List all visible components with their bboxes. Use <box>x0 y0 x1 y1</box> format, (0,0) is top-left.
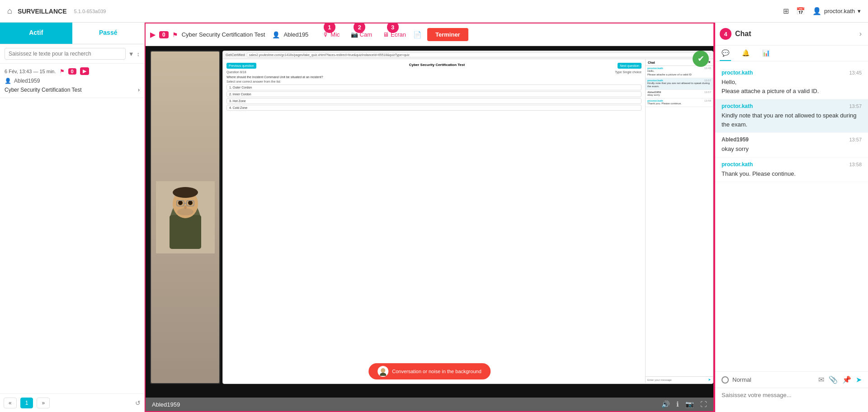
student-bar-icons: 🔊 ℹ 📷 ⛶ <box>661 400 707 408</box>
prev-question-button[interactable]: Previous question <box>226 63 256 69</box>
mini-msg-4: proctor.kath 13:58 Thank you. Please con… <box>646 98 713 107</box>
info-icon[interactable]: ℹ <box>676 400 679 408</box>
session-student: 👤 Abled1959 <box>5 78 140 84</box>
next-question-button[interactable]: Next question <box>618 63 642 69</box>
chat-input[interactable] <box>722 392 862 405</box>
chat-message-1: proctor.kath 13:45 Hello,Please attache … <box>715 66 868 99</box>
notification-text: Conversation or noise in the background <box>392 369 481 374</box>
mini-msg-2: proctor.kath 13:57 Kindly note that you … <box>646 78 713 90</box>
msg3-sender: Abled1959 <box>722 136 749 143</box>
send-button[interactable]: ➤ <box>856 375 862 384</box>
svg-point-6 <box>188 201 193 205</box>
chat-tabs: 💬 🔔 📊 <box>715 46 868 61</box>
quiz-option-2[interactable]: 2. Inner Cordon <box>226 91 642 97</box>
toolbar-exam-title: Cyber Security Certification Test <box>182 31 265 38</box>
chat-num-badge: 4 <box>720 28 731 40</box>
session-date-text: 6 Fév, 13:43 — 15 min. <box>5 69 56 74</box>
camera-capture-icon[interactable]: 📷 <box>685 400 694 408</box>
shield-check-icon: ✔ <box>698 54 704 64</box>
sidebar-pagination: « 1 » ↺ <box>0 393 144 412</box>
student-icon: 👤 <box>5 78 11 84</box>
sidebar-tabs: Actif Passé <box>0 23 144 44</box>
toolbar-user-icon: 👤 <box>272 31 280 38</box>
chat-header: 4 Chat › <box>715 23 868 46</box>
chat-expand-icon[interactable]: › <box>859 30 862 38</box>
toolbar-play-icon[interactable]: ▶ <box>150 30 156 39</box>
toolbar-flag-icon[interactable]: ⚑ <box>172 31 178 38</box>
current-page-button[interactable]: 1 <box>20 398 33 408</box>
fullscreen-icon[interactable]: ⛶ <box>700 400 707 408</box>
quiz-nav: Previous question Cyber Security Certifi… <box>226 63 642 69</box>
prev-page-button[interactable]: « <box>4 398 17 408</box>
doc-icon[interactable]: 📄 <box>413 31 422 39</box>
tab-passe[interactable]: Passé <box>72 23 145 44</box>
session-flag-icon[interactable]: ⚑ <box>60 68 65 75</box>
session-exam-link[interactable]: Cyber Security Certification Test › <box>5 86 140 94</box>
search-input[interactable] <box>5 48 126 60</box>
session-play-button[interactable]: ▶ <box>80 67 89 75</box>
video-area: GetCertified sales2.youtestme.com/gc1418… <box>146 46 713 398</box>
person-svg <box>156 181 215 253</box>
attach-icon[interactable]: 📌 <box>842 375 851 384</box>
mic-section: 1 🎙 Mic <box>319 29 343 40</box>
volume-icon[interactable]: 🔊 <box>661 400 670 408</box>
quiz-option-1[interactable]: 1. Outer Cordon <box>226 84 642 90</box>
svg-point-12 <box>381 368 385 373</box>
msg2-time: 13:57 <box>849 103 862 109</box>
navbar: ⌂ SURVEILLANCE 5.1.0-653a039 ⊞ 📅 👤 proct… <box>0 0 868 23</box>
toolbar: ▶ 0 ⚑ Cyber Security Certification Test … <box>146 23 713 46</box>
mail-icon[interactable]: ✉ <box>818 375 824 384</box>
mini-chat-input[interactable] <box>647 379 708 381</box>
navbar-right: ⊞ 📅 👤 proctor.kath ▾ <box>783 7 861 15</box>
refresh-icon[interactable]: ↺ <box>135 399 141 407</box>
quiz-question-text: Where should the Incident Command Unit b… <box>226 75 642 79</box>
grid-icon[interactable]: ⊞ <box>783 7 789 15</box>
tab-actif[interactable]: Actif <box>0 23 72 44</box>
tab-stats[interactable]: 📊 <box>760 46 772 61</box>
shield-badge: ✔ <box>693 51 709 67</box>
quiz-title: Cyber Security Certification Test <box>409 63 465 67</box>
screen-inner: GetCertified sales2.youtestme.com/gc1418… <box>222 51 713 384</box>
chat-panel: 4 Chat › 💬 🔔 📊 proctor.kath 13:45 Hello,… <box>714 23 868 412</box>
quiz-option-3[interactable]: 3. Hot Zone <box>226 98 642 104</box>
msg2-sender: proctor.kath <box>722 103 753 109</box>
msg3-time: 13:57 <box>849 137 862 142</box>
navbar-username: proctor.kath <box>824 8 855 14</box>
session-violation-badge: 0 <box>68 68 76 75</box>
session-date: 6 Fév, 13:43 — 15 min. ⚑ 0 ▶ <box>5 67 140 75</box>
mini-chat-title: Chat <box>648 61 655 64</box>
webcam-overlay <box>150 51 220 384</box>
user-avatar-icon: 👤 <box>812 7 821 15</box>
msg2-text: Kindly note that you are not allowed to … <box>722 111 862 129</box>
msg1-time: 13:45 <box>849 70 862 75</box>
mode-radio-button[interactable] <box>722 376 729 384</box>
user-menu[interactable]: 👤 proctor.kath ▾ <box>812 7 861 15</box>
home-icon[interactable]: ⌂ <box>7 6 12 16</box>
sidebar: Actif Passé ▼ ↕ 6 Fév, 13:43 — 15 min. ⚑… <box>0 23 145 412</box>
end-button[interactable]: Terminer <box>427 28 468 41</box>
svg-rect-2 <box>170 215 201 249</box>
question-num: Question 8/18 <box>226 70 246 74</box>
tab-chat[interactable]: 💬 <box>720 46 731 61</box>
webcam-person <box>151 52 219 383</box>
toolbar-violation-badge: 0 <box>159 31 169 38</box>
sort-icon[interactable]: ↕ <box>137 51 140 57</box>
next-page-button[interactable]: » <box>37 398 50 408</box>
svg-point-5 <box>178 201 183 205</box>
mini-send-icon[interactable]: ➤ <box>708 378 711 382</box>
browser-bar: GetCertified sales2.youtestme.com/gc1418… <box>223 51 713 59</box>
tab-alerts[interactable]: 🔔 <box>740 46 751 61</box>
chat-action-buttons: ✉ 📎 📌 ➤ <box>818 375 862 384</box>
sidebar-content: 6 Fév, 13:43 — 15 min. ⚑ 0 ▶ 👤 Abled1959… <box>0 64 144 393</box>
browser-url: sales2.youtestme.com/gc1418s/pages/take_… <box>247 52 710 57</box>
quiz-option-4[interactable]: 4. Cold Zone <box>226 105 642 111</box>
clip-icon[interactable]: 📎 <box>829 375 838 384</box>
filter-icon[interactable]: ▼ <box>128 51 134 57</box>
calendar-icon[interactable]: 📅 <box>796 7 805 15</box>
notif-person-svg <box>378 367 387 376</box>
msg4-time: 13:58 <box>849 162 862 167</box>
chevron-down-icon: ▾ <box>858 8 861 14</box>
msg4-sender: proctor.kath <box>722 161 753 168</box>
app-version: 5.1.0-653a039 <box>74 9 106 14</box>
exam-name: Cyber Security Certification Test <box>5 87 82 93</box>
